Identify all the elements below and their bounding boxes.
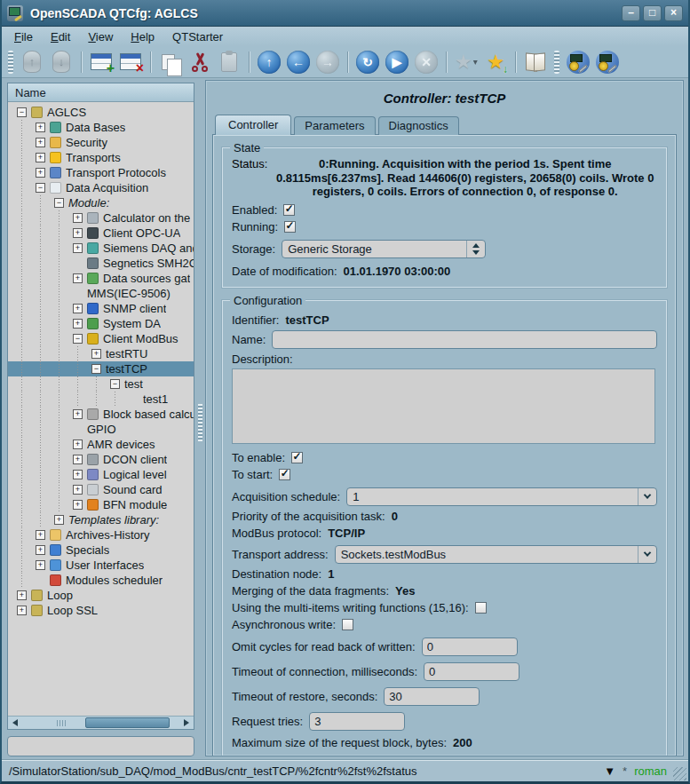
expand-icon[interactable]: + <box>73 304 83 313</box>
cut-item-button[interactable] <box>186 49 213 75</box>
tree-item-client-opc-ua[interactable]: +Client OPC-UA <box>8 226 194 241</box>
tree-item-aglcs[interactable]: −AGLCS <box>8 105 194 120</box>
scrollbar-thumb[interactable] <box>85 717 171 728</box>
expand-icon[interactable]: + <box>73 485 83 495</box>
expand-icon[interactable]: + <box>36 138 45 147</box>
expand-icon[interactable]: + <box>73 273 83 283</box>
request-tries-input[interactable] <box>309 712 405 731</box>
expand-icon[interactable]: + <box>17 606 27 615</box>
tree-filter-input[interactable] <box>7 736 194 756</box>
expand-icon[interactable]: + <box>73 409 83 419</box>
tree-item-block-based-calcu[interactable]: +Block based calcu <box>8 407 194 422</box>
menu-item-qtstarter[interactable]: QTStarter <box>165 29 230 44</box>
expand-icon[interactable]: + <box>73 213 83 223</box>
manual-button[interactable] <box>522 49 549 75</box>
expand-icon[interactable]: + <box>36 560 45 570</box>
expand-icon[interactable]: + <box>17 590 27 600</box>
tree-item-amr-devices[interactable]: +AMR devices <box>8 437 194 452</box>
collapse-icon[interactable]: − <box>91 364 101 374</box>
dropdown-arrow-icon[interactable] <box>638 546 656 563</box>
qtstarter-vision-button[interactable] <box>594 49 621 75</box>
running-checkbox[interactable] <box>284 221 296 233</box>
tree-item-system-da[interactable]: +System DA <box>8 316 194 331</box>
multi-write-checkbox[interactable] <box>475 602 487 614</box>
expand-icon[interactable]: + <box>73 243 83 253</box>
save-to-db-button[interactable]: ↓ <box>48 49 75 75</box>
name-input[interactable] <box>272 330 657 349</box>
restore-timeout-input[interactable] <box>384 687 480 706</box>
tree-item-testtcp[interactable]: −testTCP <box>8 361 194 376</box>
tree-item-segnetics-smh2g[interactable]: Segnetics SMH2G <box>8 256 194 271</box>
expand-icon[interactable]: + <box>73 470 83 479</box>
scrollbar-track[interactable] <box>22 717 179 729</box>
expand-icon[interactable]: + <box>54 515 64 525</box>
expand-icon[interactable]: + <box>36 153 45 162</box>
tree-item-test1[interactable]: test1 <box>8 392 194 407</box>
tree-item-mms-iec-9506[interactable]: MMS(IEC-9506) <box>8 286 194 301</box>
tree-item-archives-history[interactable]: +Archives-History <box>8 527 194 542</box>
tree-item-client-modbus[interactable]: −Client ModBus <box>8 331 194 346</box>
maximize-button[interactable]: □ <box>643 5 662 21</box>
collapse-icon[interactable]: − <box>54 198 64 208</box>
start-button[interactable]: ▶ <box>384 49 410 75</box>
tree-horizontal-scrollbar[interactable] <box>8 716 194 729</box>
menu-item-help[interactable]: Help <box>123 29 162 44</box>
load-from-db-button[interactable]: ↑ <box>19 49 45 75</box>
tree-item-loop-ssl[interactable]: +Loop SSL <box>8 603 194 618</box>
tree-item-dcon-client[interactable]: +DCON client <box>8 452 194 467</box>
back-button[interactable]: ← <box>285 49 312 75</box>
expand-icon[interactable]: + <box>36 530 45 540</box>
expand-icon[interactable]: + <box>73 455 83 464</box>
paste-item-button[interactable] <box>216 49 242 75</box>
tree-toggle-icon[interactable]: ▼ <box>604 764 615 778</box>
stop-button[interactable]: ✕ <box>413 49 440 75</box>
dropdown-arrow-icon[interactable] <box>638 488 656 505</box>
expand-icon[interactable]: + <box>36 545 45 555</box>
enabled-checkbox[interactable] <box>283 204 295 216</box>
tree-item-siemens-daq-and[interactable]: +Siemens DAQ and <box>8 241 194 256</box>
tree-item-test[interactable]: −test <box>8 376 194 392</box>
tree-item-loop[interactable]: +Loop <box>8 588 194 603</box>
tree-item-logical-level[interactable]: +Logical level <box>8 467 194 482</box>
expand-icon[interactable]: + <box>73 228 83 238</box>
expand-icon[interactable]: + <box>36 123 45 132</box>
toolbar-grip-icon[interactable] <box>8 51 13 74</box>
tree-item-transport-protocols[interactable]: +Transport Protocols <box>8 165 194 180</box>
splitter-grip-icon[interactable] <box>198 404 202 441</box>
async-write-checkbox[interactable] <box>342 619 353 630</box>
transport-address-combo[interactable]: Sockets.testModBus <box>335 545 657 564</box>
to-start-checkbox[interactable] <box>279 469 290 480</box>
refresh-button[interactable]: ↻ <box>354 49 381 75</box>
toolbar-grip-icon[interactable] <box>554 51 559 74</box>
tree-item-modules-scheduler[interactable]: Modules scheduler <box>8 573 194 588</box>
tree-item-templates-library[interactable]: +Templates library: <box>8 512 194 527</box>
collapse-icon[interactable]: − <box>17 107 27 117</box>
tree-item-transports[interactable]: +Transports <box>8 150 194 165</box>
acquisition-schedule-combo[interactable]: 1 <box>346 487 657 506</box>
collapse-icon[interactable]: − <box>110 379 120 389</box>
forward-button[interactable]: → <box>314 49 341 75</box>
up-button[interactable]: ↑ <box>256 49 282 75</box>
tab-diagnostics[interactable]: Diagnostics <box>378 116 459 135</box>
scroll-left-button[interactable] <box>8 717 22 729</box>
spinner-arrows-icon[interactable] <box>466 241 485 257</box>
tree-item-sound-card[interactable]: +Sound card <box>8 482 194 497</box>
tree-item-calculator-on-the[interactable]: +Calculator on the <box>8 210 194 226</box>
tree-item-data-sources-gat[interactable]: +Data sources gat <box>8 271 194 286</box>
expand-icon[interactable]: + <box>73 500 83 510</box>
tree-item-specials[interactable]: +Specials <box>8 542 194 558</box>
add-item-button[interactable]: + <box>88 49 115 75</box>
chevron-down-icon[interactable]: ▾ <box>473 57 478 67</box>
description-textarea[interactable] <box>232 368 655 444</box>
minimize-button[interactable]: – <box>622 5 640 21</box>
to-enable-checkbox[interactable] <box>291 452 303 463</box>
resize-grip-icon[interactable] <box>673 767 686 780</box>
tree-item-bfn-module[interactable]: +BFN module <box>8 497 194 512</box>
omit-cycles-input[interactable] <box>422 637 518 656</box>
expand-icon[interactable]: + <box>91 349 101 359</box>
tab-controller[interactable]: Controller <box>215 115 291 135</box>
tree-header-name-column[interactable]: Name <box>8 83 194 102</box>
tree-item-security[interactable]: +Security <box>8 135 194 150</box>
qtstarter-config-button[interactable] <box>565 49 591 75</box>
tree-item-user-interfaces[interactable]: +User Interfaces <box>8 558 194 573</box>
